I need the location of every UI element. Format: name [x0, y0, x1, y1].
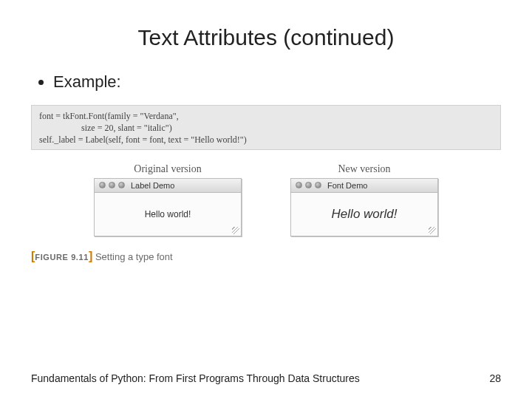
figure-label: FIGURE 9.11	[35, 253, 89, 262]
close-icon	[296, 182, 302, 188]
page-number: 28	[489, 372, 501, 384]
resize-grip-icon	[232, 227, 239, 234]
bullet-item: Example:	[53, 72, 501, 92]
figure-caption: [FIGURE 9.11] Setting a type font	[31, 250, 501, 263]
zoom-icon	[118, 182, 125, 188]
minimize-icon	[109, 182, 115, 188]
window-body: Hello world!	[291, 193, 437, 236]
demo-caption-left: Original version	[134, 163, 201, 175]
code-example: font = tkFont.Font(family = "Verdana", s…	[31, 105, 501, 150]
window-titlebar: Label Demo	[95, 179, 241, 193]
label-text-new: Hello world!	[332, 207, 398, 222]
label-text-original: Hello world!	[145, 209, 191, 219]
window-titlebar: Font Demo	[291, 179, 437, 193]
demo-col-left: Original version Label Demo Hello world!	[90, 163, 245, 236]
footer-text: Fundamentals of Python: From First Progr…	[31, 372, 360, 384]
window-title: Label Demo	[131, 181, 174, 190]
figure-text: Setting a type font	[92, 251, 172, 262]
slide-title: Text Attributes (continued)	[31, 25, 501, 50]
zoom-icon	[315, 182, 321, 188]
window-title: Font Demo	[327, 181, 367, 190]
window-body: Hello world!	[95, 193, 241, 236]
window-original: Label Demo Hello world!	[94, 178, 242, 236]
demo-col-right: New version Font Demo Hello world!	[287, 163, 442, 236]
resize-grip-icon	[429, 227, 436, 234]
minimize-icon	[305, 182, 312, 188]
demo-caption-right: New version	[338, 163, 390, 175]
demo-row: Original version Label Demo Hello world!…	[31, 163, 501, 236]
close-icon	[99, 182, 106, 188]
window-new: Font Demo Hello world!	[290, 178, 438, 236]
bullet-list: Example:	[31, 72, 501, 92]
